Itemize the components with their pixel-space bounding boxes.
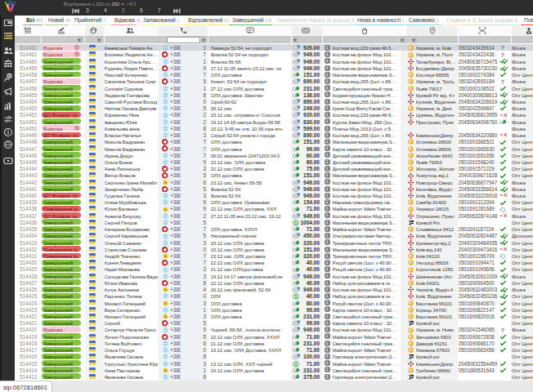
svg-text:lc: lc xyxy=(164,369,167,372)
svg-text:lc: lc xyxy=(164,207,167,211)
svg-text:lc: lc xyxy=(164,288,167,292)
svg-text:lc: lc xyxy=(164,315,167,318)
svg-text:lc: lc xyxy=(164,181,167,185)
svg-text:lc: lc xyxy=(164,255,167,258)
svg-text:lc: lc xyxy=(164,302,167,305)
